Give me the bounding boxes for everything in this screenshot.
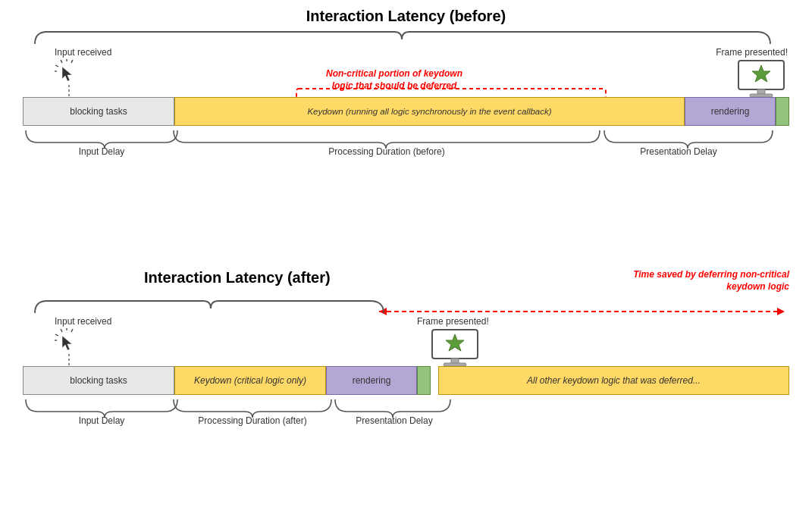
- svg-marker-15: [777, 308, 785, 315]
- svg-rect-9: [757, 89, 765, 94]
- time-saved-label: Time saved by deferring non-critical key…: [615, 269, 789, 293]
- presentation-brace-top: [601, 127, 776, 149]
- input-delay-brace-bottom: [23, 396, 180, 418]
- bar-blocking-bottom: blocking tasks: [23, 366, 174, 395]
- bottom-outer-brace: [29, 298, 389, 315]
- monitor-icon-bottom: [428, 328, 481, 369]
- bar-keydown-bottom: Keydown (critical logic only): [174, 366, 326, 395]
- svg-line-16: [61, 329, 62, 332]
- bars-row-top: blocking tasks Keydown (running all logi…: [23, 97, 789, 126]
- svg-line-19: [55, 334, 58, 336]
- top-outer-brace: [29, 29, 776, 45]
- processing-brace-top: [171, 127, 603, 149]
- cursor-icon-bottom: [55, 328, 80, 354]
- svg-line-3: [55, 65, 58, 67]
- cursor-icon-top: [55, 59, 80, 85]
- bar-blocking-top: blocking tasks: [23, 97, 174, 126]
- input-delay-brace-top: [23, 127, 180, 149]
- svg-rect-25: [451, 359, 459, 363]
- top-title: Interaction Latency (before): [23, 8, 789, 25]
- svg-line-18: [71, 329, 73, 332]
- processing-brace-bottom: [171, 396, 334, 418]
- bar-green-bottom: [417, 366, 431, 395]
- bar-deferred-bottom: All other keydown logic that was deferre…: [438, 366, 789, 395]
- gap: [431, 366, 438, 395]
- processing-label-bottom: Processing Duration (after): [171, 415, 334, 426]
- frame-presented-top: Frame presented!: [716, 47, 788, 103]
- frame-presented-bottom: Frame presented!: [417, 316, 489, 372]
- svg-marker-5: [62, 67, 72, 81]
- top-section: Interaction Latency (before) Input recei…: [23, 8, 789, 243]
- presentation-label-top: Presentation Delay: [569, 146, 788, 157]
- svg-marker-21: [62, 336, 72, 350]
- diagram-container: Interaction Latency (before) Input recei…: [0, 0, 812, 523]
- input-delay-label-bottom: Input Delay: [23, 415, 180, 426]
- input-received-label-bottom: Input received: [55, 316, 111, 357]
- bar-rendering-bottom: rendering: [326, 366, 417, 395]
- bars-row-bottom: blocking tasks Keydown (critical logic o…: [23, 366, 789, 395]
- bar-green-top: [776, 97, 789, 126]
- bottom-section: Interaction Latency (after) Time saved b…: [23, 269, 789, 504]
- bar-rendering-top: rendering: [685, 97, 776, 126]
- bar-keydown-top: Keydown (running all logic synchronously…: [174, 97, 685, 126]
- input-received-label-top: Input received: [55, 47, 111, 88]
- noncritical-label: Non-critical portion of keydownlogic tha…: [303, 68, 485, 92]
- input-delay-label-top: Input Delay: [23, 146, 180, 157]
- monitor-icon-top: [735, 59, 788, 100]
- svg-line-0: [61, 60, 62, 63]
- processing-label-top: Processing Duration (before): [171, 146, 603, 157]
- presentation-label-bottom: Presentation Delay: [318, 415, 470, 426]
- svg-line-2: [71, 60, 73, 63]
- presentation-brace-bottom: [332, 396, 453, 418]
